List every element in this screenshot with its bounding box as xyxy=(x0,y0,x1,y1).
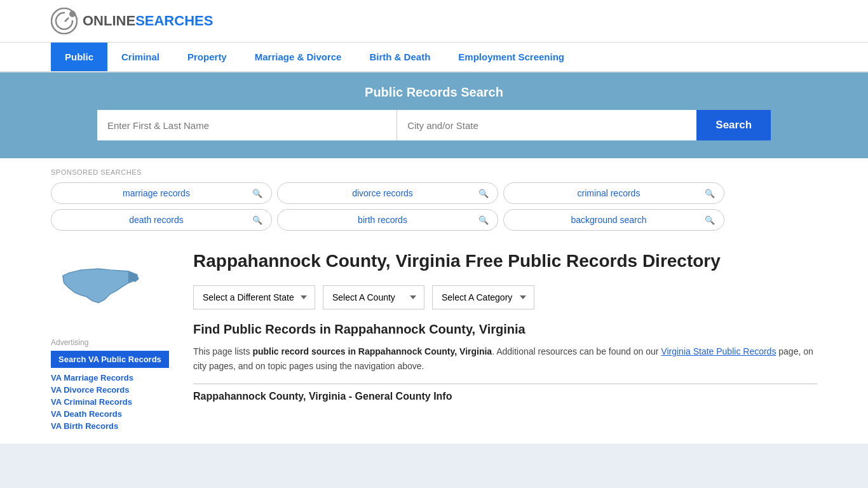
main-content: Rappahannock County, Virginia Free Publi… xyxy=(193,250,817,431)
search-button[interactable]: Search xyxy=(696,110,771,140)
location-input[interactable] xyxy=(397,110,696,140)
logo-searches: SEARCHES xyxy=(135,13,213,29)
sponsored-item-4[interactable]: birth records 🔍 xyxy=(277,209,498,231)
section-sub-title: Rappahannock County, Virginia - General … xyxy=(193,391,817,402)
header: ONLINE SEARCHES xyxy=(0,0,868,43)
find-title: Find Public Records in Rappahannock Coun… xyxy=(193,322,817,337)
logo[interactable]: ONLINE SEARCHES xyxy=(51,8,213,34)
nav-item-property[interactable]: Property xyxy=(173,43,241,71)
page-title: Rappahannock County, Virginia Free Publi… xyxy=(193,250,817,273)
sidebar-link-2[interactable]: VA Criminal Records xyxy=(51,397,178,407)
svg-point-1 xyxy=(69,11,76,17)
sponsored-label: SPONSORED SEARCHES xyxy=(51,168,817,176)
search-icon-3: 🔍 xyxy=(252,215,262,225)
find-desc-part1: This page lists xyxy=(193,346,252,356)
main-container: SPONSORED SEARCHES marriage records 🔍 di… xyxy=(0,158,868,444)
sponsored-item-text-4: birth records xyxy=(287,215,478,225)
svg-line-2 xyxy=(65,18,69,22)
section-divider xyxy=(193,383,817,384)
category-dropdown[interactable]: Select A Category xyxy=(432,285,534,309)
search-banner-title: Public Records Search xyxy=(51,85,817,100)
nav-item-birth-death[interactable]: Birth & Death xyxy=(355,43,444,71)
sponsored-item-1[interactable]: divorce records 🔍 xyxy=(277,182,498,204)
sponsored-item-3[interactable]: death records 🔍 xyxy=(51,209,272,231)
search-banner: Public Records Search Search xyxy=(0,72,868,158)
county-dropdown[interactable]: Select A County xyxy=(323,285,424,309)
sidebar-link-0[interactable]: VA Marriage Records xyxy=(51,373,178,383)
nav-item-public[interactable]: Public xyxy=(51,43,107,71)
logo-icon xyxy=(51,8,78,34)
virginia-map-icon xyxy=(51,250,146,326)
dropdown-row: Select a Different State Select A County… xyxy=(193,285,817,309)
find-desc-bold1: public record sources in Rappahannock Co… xyxy=(252,346,492,356)
search-icon-1: 🔍 xyxy=(478,189,489,198)
sponsored-item-text-0: marriage records xyxy=(60,188,252,198)
search-form: Search xyxy=(97,110,771,140)
nav-item-employment[interactable]: Employment Screening xyxy=(444,43,578,71)
search-icon-0: 🔍 xyxy=(252,189,262,198)
logo-online: ONLINE xyxy=(83,13,135,29)
main-nav: Public Criminal Property Marriage & Divo… xyxy=(0,43,868,72)
state-dropdown[interactable]: Select a Different State xyxy=(193,285,315,309)
advertising-label: Advertising xyxy=(51,338,178,347)
sidebar: Advertising Search VA Public Records VA … xyxy=(51,250,178,431)
sponsored-item-0[interactable]: marriage records 🔍 xyxy=(51,182,272,204)
sponsored-item-text-5: background search xyxy=(513,215,705,225)
nav-item-criminal[interactable]: Criminal xyxy=(107,43,173,71)
sponsored-item-text-1: divorce records xyxy=(287,188,478,198)
name-input[interactable] xyxy=(97,110,397,140)
search-icon-2: 🔍 xyxy=(705,189,715,198)
find-link[interactable]: Virginia State Public Records xyxy=(661,346,776,356)
sponsored-section: SPONSORED SEARCHES marriage records 🔍 di… xyxy=(51,158,817,237)
sidebar-link-1[interactable]: VA Divorce Records xyxy=(51,385,178,395)
find-desc-part2: . Additional resources can be found on o… xyxy=(492,346,661,356)
sidebar-links: VA Marriage Records VA Divorce Records V… xyxy=(51,373,178,431)
sidebar-link-4[interactable]: VA Birth Records xyxy=(51,421,178,431)
sponsored-item-2[interactable]: criminal records 🔍 xyxy=(503,182,724,204)
nav-item-marriage-divorce[interactable]: Marriage & Divorce xyxy=(241,43,356,71)
content-layout: Advertising Search VA Public Records VA … xyxy=(51,237,817,444)
find-description: This page lists public record sources in… xyxy=(193,344,817,373)
sidebar-link-3[interactable]: VA Death Records xyxy=(51,409,178,419)
ad-search-button[interactable]: Search VA Public Records xyxy=(51,351,169,368)
sponsored-grid: marriage records 🔍 divorce records 🔍 cri… xyxy=(51,182,724,231)
sponsored-item-text-2: criminal records xyxy=(513,188,705,198)
search-icon-4: 🔍 xyxy=(478,215,489,225)
sponsored-item-5[interactable]: background search 🔍 xyxy=(503,209,724,231)
search-icon-5: 🔍 xyxy=(705,215,715,225)
sponsored-item-text-3: death records xyxy=(60,215,252,225)
logo-text: ONLINE SEARCHES xyxy=(83,13,213,29)
